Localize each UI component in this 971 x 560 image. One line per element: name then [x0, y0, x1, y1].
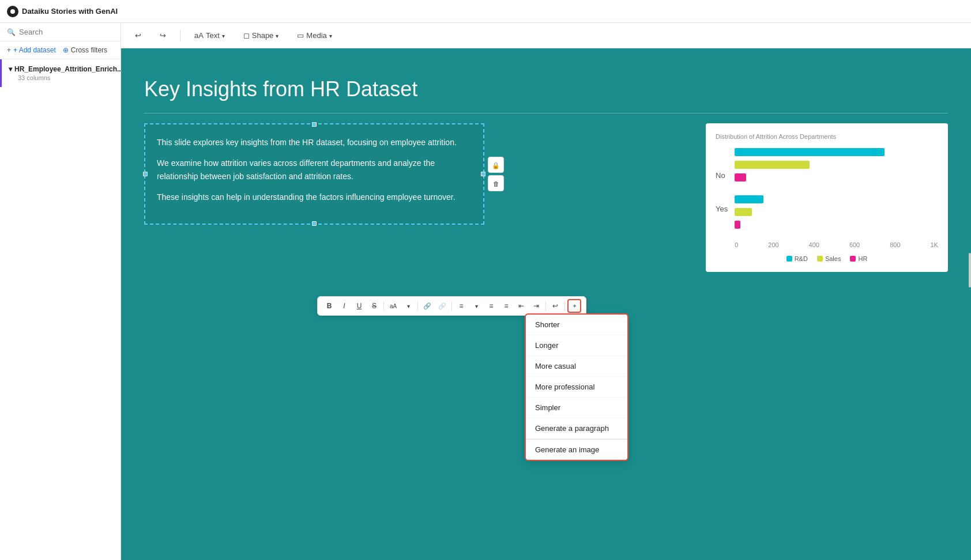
align-chevron[interactable]: ▾ — [469, 299, 483, 313]
chevron-down-icon: ▾ — [9, 65, 12, 73]
font-size-chevron[interactable]: ▾ — [401, 299, 415, 313]
bar-row-no-lime — [735, 160, 938, 170]
align-button[interactable]: ≡ — [454, 299, 468, 313]
dataset-name: ▾ HR_Employee_Attrition_Enrich... — [9, 65, 114, 73]
ai-button[interactable] — [567, 299, 581, 313]
bar-yes-lime — [735, 208, 752, 216]
list-bullet-button[interactable]: ≡ — [484, 299, 498, 313]
media-icon: ▭ — [297, 31, 304, 40]
ai-longer-item[interactable]: Longer — [526, 335, 627, 356]
text-icon: aA — [194, 31, 204, 40]
dataset-columns: 33 columns — [9, 74, 114, 81]
bar-row-yes-pink — [735, 220, 938, 230]
underline-button[interactable]: U — [352, 299, 366, 313]
bar-row-yes-cyan — [735, 194, 938, 205]
text-paragraph-2: We examine how attrition varies across d… — [157, 157, 472, 183]
cross-filters-button[interactable]: Cross filters — [63, 46, 107, 54]
add-dataset-button[interactable]: + + Add dataset — [7, 46, 56, 54]
format-undo-button[interactable]: ↩ — [548, 299, 562, 313]
shape-button[interactable]: ◻ Shape — [239, 29, 284, 42]
handle-bot-mid — [312, 221, 317, 226]
media-button[interactable]: ▭ Media — [292, 29, 336, 42]
bar-group-no — [735, 147, 938, 183]
text-box[interactable]: This slide explores key insights from th… — [144, 123, 484, 225]
handle-top-mid — [312, 122, 317, 127]
main-canvas: Key Insights from HR Dataset This slide … — [121, 48, 971, 560]
dataset-item[interactable]: ▾ HR_Employee_Attrition_Enrich... 33 col… — [0, 59, 121, 87]
legend-sales: Sales — [817, 255, 841, 262]
shape-chevron-icon — [276, 31, 278, 40]
chart-label-yes: Yes — [716, 205, 728, 213]
media-chevron-icon — [329, 31, 332, 40]
handle-mid-right — [481, 172, 486, 176]
bar-group-yes — [735, 194, 938, 230]
legend-hr: HR — [850, 255, 867, 262]
bar-row-no-cyan — [735, 147, 938, 157]
ai-shorter-item[interactable]: Shorter — [526, 315, 627, 335]
text-button[interactable]: aA Text — [190, 29, 229, 42]
indent-left-button[interactable]: ⇤ — [514, 299, 528, 313]
bar-no-lime — [735, 161, 810, 169]
unlink-button[interactable]: 🔗 — [435, 299, 449, 313]
legend-sales-label: Sales — [825, 255, 841, 262]
chart-title: Distribution of Attrition Across Departm… — [716, 133, 938, 140]
redo-button[interactable] — [155, 29, 171, 42]
sparkle-icon — [572, 302, 577, 310]
bold-button[interactable]: B — [322, 299, 336, 313]
chart-content: No Yes — [716, 147, 938, 248]
logo-icon — [7, 6, 18, 17]
ai-generate-paragraph-item[interactable]: Generate a paragraph — [526, 418, 627, 439]
topbar: Dataiku Stories with GenAI — [0, 0, 971, 23]
main-toolbar: aA Text ◻ Shape ▭ Media — [121, 23, 971, 48]
chart-labels: No Yes — [716, 147, 728, 248]
legend-hr-label: HR — [858, 255, 867, 262]
ai-dropdown-menu: Shorter Longer More casual More professi… — [525, 313, 628, 461]
chart-x-axis: 0 200 400 600 800 1K — [735, 241, 938, 248]
sidebar-actions: + + Add dataset Cross filters — [0, 41, 121, 59]
app-logo: Dataiku Stories with GenAI — [7, 6, 118, 17]
strikethrough-button[interactable]: S — [367, 299, 381, 313]
trash-icon — [493, 179, 499, 188]
list-numbered-button[interactable]: ≡ — [499, 299, 513, 313]
legend-rd-dot — [786, 256, 792, 262]
fmt-sep-2 — [417, 301, 418, 311]
search-input[interactable] — [19, 28, 114, 36]
cross-filters-label: Cross filters — [71, 46, 107, 54]
handle-mid-left — [143, 172, 148, 176]
ai-simpler-item[interactable]: Simpler — [526, 398, 627, 418]
media-label: Media — [306, 31, 326, 40]
undo-icon — [135, 31, 141, 40]
toolbar-separator-1 — [180, 30, 180, 41]
bar-yes-cyan — [735, 195, 763, 203]
scroll-hint — [969, 253, 971, 287]
legend-sales-dot — [817, 256, 823, 262]
cross-filter-icon — [63, 46, 69, 54]
legend-hr-dot — [850, 256, 856, 262]
lock-button[interactable] — [488, 157, 504, 173]
font-size-button[interactable]: aA — [386, 299, 400, 313]
add-dataset-label: + Add dataset — [13, 46, 56, 54]
chart-bars-container: 0 200 400 600 800 1K — [735, 147, 938, 248]
text-label: Text — [206, 31, 220, 40]
slide-title[interactable]: Key Insights from HR Dataset — [144, 77, 948, 113]
text-chevron-icon — [222, 31, 225, 40]
ai-more-casual-item[interactable]: More casual — [526, 356, 627, 377]
float-actions — [488, 157, 504, 191]
bar-row-yes-lime — [735, 207, 938, 217]
chart-legend: R&D Sales HR — [716, 255, 938, 262]
bar-no-pink — [735, 173, 746, 181]
link-button[interactable]: 🔗 — [420, 299, 434, 313]
fmt-sep-5 — [564, 301, 565, 311]
app-title: Dataiku Stories with GenAI — [22, 7, 118, 16]
indent-right-button[interactable]: ⇥ — [529, 299, 543, 313]
format-toolbar: B I U S aA ▾ 🔗 🔗 ≡ ▾ ≡ ≡ ⇤ ⇥ ↩ — [317, 296, 586, 316]
plus-icon: + — [7, 46, 11, 54]
ai-more-professional-item[interactable]: More professional — [526, 377, 627, 398]
delete-button[interactable] — [488, 175, 504, 191]
text-paragraph-3: These insights can help in understanding… — [157, 191, 472, 203]
redo-icon — [160, 31, 166, 40]
italic-button[interactable]: I — [337, 299, 351, 313]
undo-button[interactable] — [130, 29, 146, 42]
legend-rd: R&D — [786, 255, 808, 262]
ai-generate-image-item[interactable]: Generate an image — [526, 440, 627, 460]
